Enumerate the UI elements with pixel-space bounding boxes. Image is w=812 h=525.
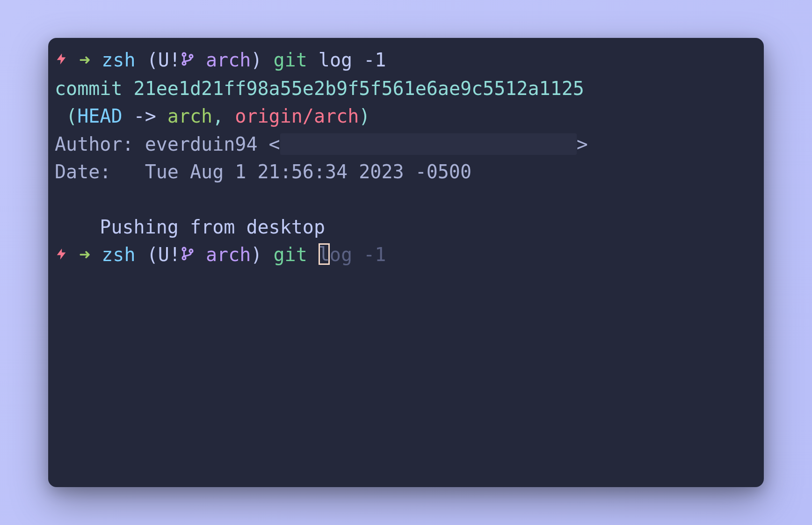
remote-branch: origin/arch <box>235 105 359 127</box>
author-open: < <box>257 133 280 155</box>
author-name: everduin94 <box>145 133 258 155</box>
refs-comma: , <box>212 105 235 127</box>
refs-open: ( <box>55 105 77 127</box>
svg-point-5 <box>189 249 193 253</box>
command-git: git <box>274 49 307 71</box>
git-status-flags: U! <box>158 49 181 71</box>
svg-point-1 <box>182 62 186 65</box>
cursor-char: l <box>320 245 328 263</box>
git-branch-icon <box>181 49 195 71</box>
terminal-window[interactable]: ➜ zsh (U! arch) git log -1 commit 21ee1d… <box>48 38 764 487</box>
author-label: Author: <box>55 133 145 155</box>
svg-point-3 <box>182 248 186 251</box>
commit-message: Pushing from desktop <box>100 216 325 238</box>
shell-name: zsh <box>102 244 135 265</box>
prompt-arrow-icon: ➜ <box>79 49 90 71</box>
autosuggestion: og -1 <box>330 244 386 265</box>
lightning-icon <box>55 242 68 270</box>
prompt-line-2[interactable]: ➜ zsh (U! arch) git log -1 <box>55 241 757 270</box>
shell-name: zsh <box>102 49 135 71</box>
status-close: ) <box>251 49 262 71</box>
svg-point-0 <box>182 53 186 56</box>
git-branch-name: arch <box>206 244 251 265</box>
terminal-cursor[interactable]: l <box>319 243 330 265</box>
local-branch: arch <box>167 105 212 127</box>
prompt-arrow-icon: ➜ <box>79 244 90 265</box>
typed-input[interactable] <box>307 244 319 265</box>
message-indent <box>55 216 100 238</box>
command-git: git <box>274 244 307 265</box>
prompt-line-1: ➜ zsh (U! arch) git log -1 <box>55 46 757 75</box>
status-close: ) <box>251 244 262 265</box>
refs-close: ) <box>359 105 370 127</box>
date-line: Date: Tue Aug 1 21:56:34 2023 -0500 <box>55 158 757 186</box>
status-open: ( <box>147 49 158 71</box>
git-status-flags: U! <box>158 244 181 265</box>
blank-line <box>55 186 757 213</box>
git-branch-icon <box>181 244 195 265</box>
author-line: Author: everduin94 < > <box>55 131 757 158</box>
commit-line: commit 21ee1d21ff98a55e2b9f5f561e6ae9c55… <box>55 75 757 102</box>
command-args: log -1 <box>319 49 386 71</box>
date-value: Tue Aug 1 21:56:34 2023 -0500 <box>145 161 471 182</box>
commit-label: commit <box>55 78 134 99</box>
git-branch-name: arch <box>206 49 251 71</box>
svg-point-4 <box>182 256 186 260</box>
lightning-icon <box>55 47 68 75</box>
head-ref: HEAD <box>77 105 122 127</box>
ref-arrow: -> <box>123 105 167 127</box>
commit-hash: 21ee1d21ff98a55e2b9f5f561e6ae9c5512a1125 <box>134 78 584 99</box>
author-close: > <box>577 133 588 155</box>
commit-message-line: Pushing from desktop <box>55 213 757 241</box>
status-open: ( <box>147 244 158 265</box>
svg-point-2 <box>189 55 193 58</box>
author-email-redacted <box>280 133 577 155</box>
refs-line: (HEAD -> arch, origin/arch) <box>55 102 757 130</box>
date-label: Date: <box>55 161 145 182</box>
